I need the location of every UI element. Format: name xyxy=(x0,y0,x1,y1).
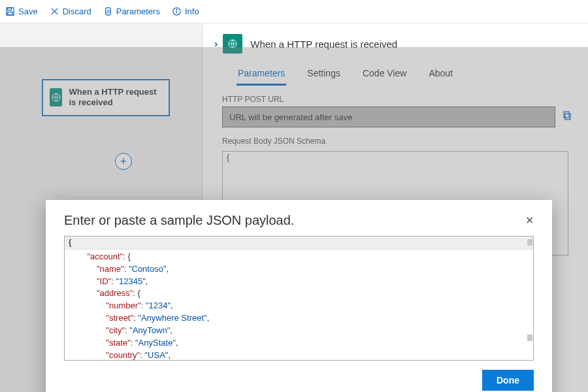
scrollbar-thumb[interactable] xyxy=(527,239,532,246)
discard-label: Discard xyxy=(63,7,91,16)
save-button[interactable]: Save xyxy=(5,7,38,16)
command-bar: Save Discard @ Parameters Info xyxy=(0,0,588,24)
done-button[interactable]: Done xyxy=(482,370,534,391)
info-label: Info xyxy=(185,7,199,16)
sample-json-modal: Enter or paste a sample JSON payload. ✕ … xyxy=(46,200,552,392)
json-first-line: { xyxy=(65,237,533,250)
discard-button[interactable]: Discard xyxy=(50,7,91,16)
svg-rect-2 xyxy=(8,12,13,15)
save-label: Save xyxy=(18,7,38,16)
svg-text:@: @ xyxy=(105,8,110,14)
parameters-button[interactable]: @ Parameters xyxy=(103,7,160,16)
svg-point-9 xyxy=(176,9,177,10)
modal-title: Enter or paste a sample JSON payload. xyxy=(64,213,294,228)
info-icon xyxy=(172,7,182,16)
json-payload-editor[interactable]: { "account": { "name": "Contoso", "ID": … xyxy=(64,236,534,361)
info-button[interactable]: Info xyxy=(172,7,199,16)
parameters-label: Parameters xyxy=(116,7,160,16)
discard-icon xyxy=(50,7,59,16)
scrollbar-thumb[interactable] xyxy=(527,335,532,341)
svg-rect-1 xyxy=(8,8,12,10)
close-modal-button[interactable]: ✕ xyxy=(525,214,534,227)
save-icon xyxy=(5,7,15,16)
parameters-icon: @ xyxy=(103,7,113,16)
